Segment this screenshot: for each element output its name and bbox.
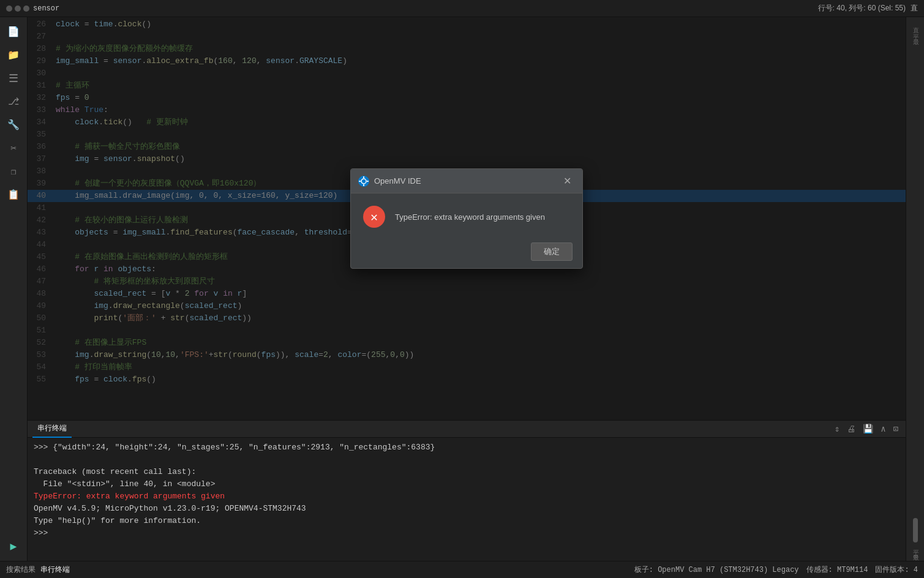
sensor-info: 传感器: MT9M114 (806, 565, 868, 575)
terminal-line-1: >>> {"width":24, "height":24, "n_stages"… (34, 441, 900, 454)
board-info: 板子: OpenMV Cam H7 (STM32H743) Legacy (634, 565, 799, 575)
editor-area: 26 clock = time.clock() 27 28 # 为缩小的灰度图像… (28, 17, 906, 561)
terminal-line-blank (34, 454, 900, 466)
dot-2 (15, 6, 21, 12)
modal-body: ✕ TypeError: extra keyword arguments giv… (351, 193, 582, 238)
window-controls (6, 6, 29, 12)
svg-rect-4 (359, 181, 361, 182)
status-bar-left: 搜索结果 串行终端 (6, 565, 70, 575)
terminal-icon-save[interactable]: 💾 (860, 422, 876, 435)
left-sidebar: 📄 📁 ☰ ⎇ 🔧 ✂ ❐ 📋 ▶ (0, 17, 28, 561)
sidebar-paste-icon[interactable]: 📋 (4, 185, 23, 205)
terminal-line-file: File "<stdin>", line 40, in <module> (34, 478, 900, 490)
terminal-area: 串行终端 ⇕ 🖨 💾 ∧ ⊡ >>> {"width":24, "height"… (28, 420, 906, 561)
title-hint: 直 (911, 3, 918, 13)
sidebar-git-icon[interactable]: ⎇ (4, 92, 23, 111)
right-label-b[interactable]: B (912, 555, 918, 558)
dot-1 (6, 6, 12, 12)
terminal-tab-serial[interactable]: 串行终端 (32, 421, 72, 438)
cursor-position: 行号: 40, 列号: 60 (Sel: 55) (818, 3, 906, 13)
terminal-content[interactable]: >>> {"width":24, "height":24, "n_stages"… (28, 438, 906, 561)
svg-rect-3 (363, 184, 364, 186)
terminal-tab-icons: ⇕ 🖨 💾 ∧ ⊡ (832, 422, 901, 435)
right-label-direct[interactable]: 直 (911, 20, 920, 24)
modal-title-text: OpenMV IDE (374, 176, 421, 186)
modal-title-content: OpenMV IDE (358, 176, 421, 187)
sidebar-run-icon[interactable]: ▶ (4, 536, 23, 556)
status-tab-search[interactable]: 搜索结果 (6, 565, 36, 575)
modal-footer: 确定 (351, 238, 582, 268)
right-minimap: 直 平 最 平 最 B (906, 17, 924, 561)
sidebar-file-icon[interactable]: 📄 (4, 22, 23, 42)
code-view[interactable]: 26 clock = time.clock() 27 28 # 为缩小的灰度图像… (28, 17, 906, 420)
terminal-expand-icon[interactable]: ⊡ (891, 422, 901, 435)
app-window: sensor 行号: 40, 列号: 60 (Sel: 55) 直 📄 📁 ☰ … (0, 0, 924, 578)
file-title: sensor (33, 4, 59, 13)
terminal-line-prompt: >>> (34, 527, 900, 539)
title-bar: sensor 行号: 40, 列号: 60 (Sel: 55) 直 (0, 0, 924, 17)
title-bar-right: 行号: 40, 列号: 60 (Sel: 55) 直 (818, 3, 918, 13)
status-bar: 搜索结果 串行终端 板子: OpenMV Cam H7 (STM32H743) … (0, 561, 924, 578)
firmware-info: 固件版本: 4 (875, 565, 918, 575)
dot-3 (23, 6, 29, 12)
title-bar-left: sensor (6, 4, 59, 13)
terminal-line-error: TypeError: extra keyword arguments given (34, 490, 900, 503)
terminal-icon-swap[interactable]: ⇕ (832, 422, 842, 435)
sidebar-list-icon[interactable]: ☰ (4, 69, 23, 88)
svg-rect-2 (363, 176, 364, 178)
status-tab-serial[interactable]: 串行终端 (40, 565, 70, 575)
modal-overlay: OpenMV IDE ✕ ✕ TypeError: extra keyword … (28, 17, 906, 420)
sidebar-scissors-icon[interactable]: ✂ (4, 138, 23, 158)
modal-message-text: TypeError: extra keyword arguments given (395, 212, 545, 222)
svg-rect-5 (367, 181, 369, 182)
status-bar-right: 板子: OpenMV Cam H7 (STM32H743) Legacy 传感器… (634, 565, 918, 575)
sidebar-copy-icon[interactable]: ❐ (4, 162, 23, 181)
terminal-collapse-icon[interactable]: ∧ (878, 422, 888, 435)
modal-confirm-button[interactable]: 确定 (531, 242, 573, 261)
modal-title-bar: OpenMV IDE ✕ (351, 169, 582, 193)
terminal-line-help: Type "help()" for more information. (34, 515, 900, 527)
terminal-line-traceback: Traceback (most recent call last): (34, 466, 900, 478)
scrollbar-thumb[interactable] (913, 518, 918, 542)
terminal-tabs: 串行终端 ⇕ 🖨 💾 ∧ ⊡ (28, 421, 906, 438)
sidebar-wrench-icon[interactable]: 🔧 (4, 115, 23, 135)
modal-close-button[interactable]: ✕ (560, 174, 575, 188)
openmv-icon (358, 176, 369, 187)
modal-dialog: OpenMV IDE ✕ ✕ TypeError: extra keyword … (350, 168, 583, 269)
terminal-icon-print[interactable]: 🖨 (844, 423, 858, 435)
main-layout: 📄 📁 ☰ ⎇ 🔧 ✂ ❐ 📋 ▶ 26 cloc (0, 17, 924, 561)
content-area: 26 clock = time.clock() 27 28 # 为缩小的灰度图像… (28, 17, 924, 561)
sidebar-folder-icon[interactable]: 📁 (4, 45, 23, 65)
modal-error-icon: ✕ (363, 206, 385, 228)
status-tabs: 搜索结果 串行终端 (6, 565, 70, 575)
terminal-line-version: OpenMV v4.5.9; MicroPython v1.23.0-r19; … (34, 503, 900, 515)
